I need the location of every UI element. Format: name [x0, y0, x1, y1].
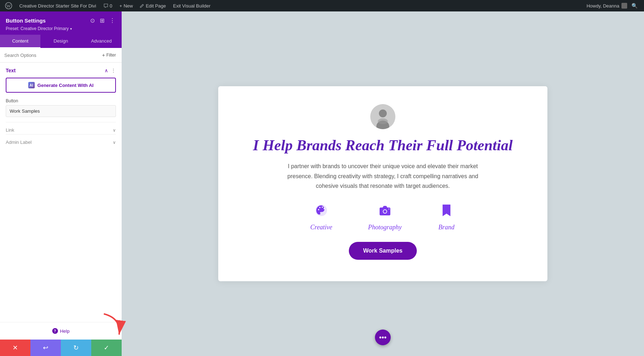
card-subtext: I partner with brands to uncover their u… — [275, 161, 490, 191]
panel-tabs: Content Design Advanced — [0, 35, 122, 48]
wp-admin-bar: W Creative Director Starter Site For Div… — [0, 0, 644, 11]
bottom-toolbar: ✕ ↩ ↻ ✓ — [0, 340, 122, 356]
content-card: I Help Brands Reach Their Full Potential… — [218, 86, 547, 281]
fab-button[interactable]: ••• — [375, 330, 391, 345]
brand-icon-circle — [438, 201, 455, 219]
text-section-collapse-button[interactable]: ∧ — [104, 68, 108, 73]
text-section-title: Text — [6, 68, 16, 73]
wp-logo-icon[interactable]: W — [4, 1, 14, 11]
profile-avatar — [370, 104, 395, 129]
link-section-title: Link — [6, 127, 14, 133]
layout-icon[interactable]: ⊞ — [99, 16, 105, 25]
link-section: Link ∨ — [6, 122, 116, 133]
button-text-input[interactable] — [6, 105, 116, 117]
admin-bar-right: Howdy, Deanna 🔍 — [586, 3, 640, 9]
panel-title: Button Settings — [6, 18, 46, 24]
svg-point-9 — [319, 207, 321, 208]
ai-icon: AI — [28, 82, 35, 88]
tab-content[interactable]: Content — [0, 35, 40, 48]
focus-mode-icon[interactable]: ⊙ — [89, 16, 96, 25]
panel-header: Button Settings ⊙ ⊞ ⋮ Preset: Creative D… — [0, 11, 122, 35]
admin-label-title: Admin Label — [6, 140, 31, 145]
save-button[interactable]: ✓ — [91, 340, 122, 356]
photography-label: Photography — [368, 224, 402, 231]
section-toggle: ∧ ⋮ — [104, 68, 116, 73]
creative-icon-circle — [312, 201, 330, 219]
tab-design[interactable]: Design — [40, 35, 81, 48]
admin-label-section-header[interactable]: Admin Label ∨ — [6, 140, 116, 145]
redo-button[interactable]: ↻ — [61, 340, 91, 356]
howdy-label: Howdy, Deanna — [586, 3, 627, 9]
button-field-group: Button — [6, 98, 116, 117]
more-options-icon[interactable]: ⋮ — [109, 16, 116, 25]
comments-bar-item[interactable]: 0 — [101, 0, 115, 11]
link-section-header[interactable]: Link ∨ — [6, 127, 116, 133]
new-bar-item[interactable]: + New — [117, 0, 136, 11]
brand-label: Brand — [438, 224, 454, 231]
ai-generate-button[interactable]: AI Generate Content With AI — [6, 78, 116, 93]
panel-search: + Filter — [0, 48, 122, 63]
admin-label-chevron-icon: ∨ — [113, 140, 116, 145]
photography-icon-item: Photography — [368, 201, 402, 231]
cta-button[interactable]: Work Samples — [349, 242, 417, 260]
link-chevron-icon: ∨ — [113, 128, 116, 133]
svg-point-8 — [318, 209, 319, 210]
svg-point-15 — [388, 208, 389, 209]
edit-page-bar-item[interactable]: Edit Page — [137, 0, 169, 11]
help-section: ? Help — [0, 322, 122, 340]
panel-content: Text ∧ ⋮ AI Generate Content With AI But… — [0, 63, 122, 322]
creative-icon-item: Creative — [310, 201, 332, 231]
tab-advanced[interactable]: Advanced — [81, 35, 122, 48]
canvas-area: I Help Brands Reach Their Full Potential… — [122, 11, 644, 356]
creative-label: Creative — [310, 224, 332, 231]
panel-title-icons: ⊙ ⊞ ⋮ — [89, 16, 116, 25]
svg-point-6 — [378, 118, 388, 124]
admin-search-icon[interactable]: 🔍 — [629, 3, 640, 9]
svg-point-14 — [384, 210, 386, 213]
user-avatar — [621, 3, 627, 9]
svg-point-10 — [322, 206, 323, 208]
exit-builder-bar-item[interactable]: Exit Visual Builder — [170, 0, 214, 11]
help-link[interactable]: ? Help — [6, 328, 116, 334]
help-circle-icon: ? — [52, 328, 58, 334]
text-section-header: Text ∧ ⋮ — [6, 68, 116, 73]
svg-point-11 — [323, 208, 325, 209]
photography-icon-circle — [376, 201, 394, 219]
undo-button[interactable]: ↩ — [30, 340, 61, 356]
admin-label-section: Admin Label ∨ — [6, 134, 116, 145]
plus-icon: + — [102, 52, 105, 58]
left-panel: Button Settings ⊙ ⊞ ⋮ Preset: Creative D… — [0, 11, 122, 356]
svg-point-4 — [379, 109, 387, 117]
icons-row: Creative Photography — [310, 201, 455, 231]
button-field-label: Button — [6, 98, 116, 103]
filter-button[interactable]: + Filter — [101, 52, 117, 59]
card-headline: I Help Brands Reach Their Full Potential — [253, 136, 513, 154]
panel-preset[interactable]: Preset: Creative Director Primary ▾ — [6, 26, 116, 31]
brand-icon-item: Brand — [438, 201, 455, 231]
site-name-bar-item[interactable]: Creative Director Starter Site For Divi — [16, 0, 99, 11]
preset-caret-icon: ▾ — [70, 27, 72, 31]
svg-text:W: W — [6, 3, 11, 9]
cancel-button[interactable]: ✕ — [0, 340, 30, 356]
text-section-more-button[interactable]: ⋮ — [111, 68, 116, 73]
search-input[interactable] — [4, 53, 98, 58]
